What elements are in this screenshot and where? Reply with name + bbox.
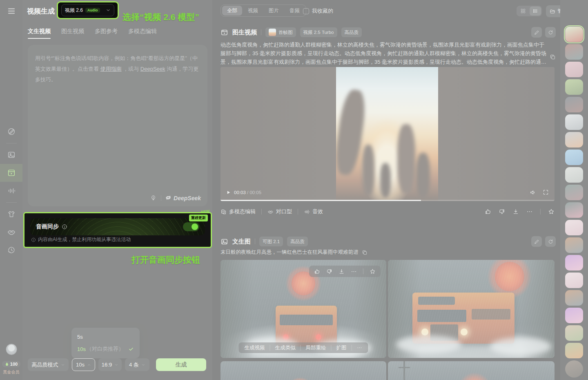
asset-thumb[interactable] (565, 360, 583, 378)
regenerate-button[interactable] (545, 236, 556, 247)
tab-multimodal-edit[interactable]: 多模态编辑 (128, 28, 157, 39)
count-select[interactable]: 4 条 (125, 358, 149, 371)
grid-view-button[interactable] (517, 7, 529, 16)
asset-thumb[interactable] (565, 79, 583, 95)
asset-thumb[interactable] (565, 255, 583, 270)
generated-image-4[interactable] (388, 361, 555, 380)
more-icon[interactable] (526, 208, 533, 215)
sidebar-item-lipsync[interactable] (0, 223, 22, 241)
star-icon[interactable] (370, 268, 376, 275)
sidebar-item-canvas[interactable] (0, 123, 22, 141)
asset-thumb[interactable] (565, 97, 583, 112)
model-selector[interactable]: 视频 2.6 Audio (61, 4, 114, 16)
play-icon[interactable] (226, 190, 231, 195)
divider (363, 268, 363, 274)
edit-prompt-button[interactable] (531, 236, 542, 247)
favorites-filter[interactable]: 我收藏的 (303, 7, 333, 15)
guide-link[interactable]: 使用指南 (100, 66, 122, 72)
multimodal-edit-icon (220, 209, 227, 215)
audio-sync-label: 音画同步 (36, 223, 59, 230)
deepseek-link[interactable]: DeepSeek (140, 66, 165, 72)
info-icon[interactable] (62, 224, 67, 230)
filter-image[interactable]: 图片 (264, 6, 284, 16)
menu-icon[interactable] (6, 6, 17, 16)
asset-thumb[interactable] (565, 167, 583, 183)
duration-option-10s[interactable]: 10s （对白类推荐） (71, 343, 140, 355)
progress-bar[interactable] (220, 200, 555, 201)
user-avatar[interactable] (6, 344, 17, 355)
asset-thumb[interactable] (565, 202, 583, 218)
sidebar-item-outfit[interactable] (0, 205, 22, 223)
asset-thumb[interactable] (565, 237, 583, 253)
chevron-down-icon (106, 8, 111, 13)
regenerate-button[interactable] (545, 27, 556, 38)
lip-sync-button[interactable]: 对口型 (267, 208, 292, 215)
asset-thumb[interactable] (565, 114, 583, 130)
generated-image-3[interactable] (220, 361, 386, 380)
generate-button[interactable]: 生成 (156, 358, 206, 371)
thumbs-up-icon[interactable] (485, 208, 491, 215)
deepseek-logo[interactable]: DeepSeek (165, 195, 201, 201)
volume-icon[interactable] (530, 189, 536, 196)
asset-thumb[interactable] (565, 290, 583, 306)
inspiration-icon[interactable] (150, 194, 157, 201)
multimodal-edit-button[interactable]: 多模态编辑 (220, 208, 256, 215)
time-display: 00:03 / 00:05 (234, 190, 261, 195)
feed-topbar: 全部 视频 图片 音频 我收藏的 管理资产 (212, 0, 560, 21)
asset-thumb[interactable] (565, 343, 583, 358)
sidebar-item-image-gen[interactable] (0, 146, 22, 164)
thumbs-down-icon[interactable] (499, 208, 505, 215)
list-view-button[interactable] (530, 7, 541, 16)
credits-badge[interactable]: 100 (2, 361, 20, 367)
download-icon[interactable] (512, 208, 519, 215)
asset-thumb[interactable] (565, 308, 583, 323)
tab-text-to-video[interactable]: 文生视频 (28, 28, 51, 39)
prompt-input[interactable]: 用引号“”标注角色说话/唱歌内容，例如：角色唱“看那远方的星星”（中英文效果最佳… (28, 45, 207, 206)
left-icon-rail: 100 黑金会员 (0, 0, 22, 380)
generate-video-button[interactable]: 生成视频 (245, 344, 265, 351)
asset-thumb[interactable] (565, 27, 583, 42)
tab-multi-image-ref[interactable]: 多图参考 (95, 28, 118, 39)
copy-icon[interactable] (362, 250, 368, 255)
outpaint-button[interactable]: 扩图 (336, 344, 347, 351)
asset-thumb[interactable] (565, 62, 583, 77)
sidebar-item-history[interactable] (0, 241, 22, 259)
duration-select[interactable]: 10s (72, 358, 95, 371)
membership-label[interactable]: 黑金会员 (3, 369, 20, 375)
star-icon[interactable] (548, 208, 555, 215)
copy-icon[interactable] (550, 54, 556, 60)
tab-image-to-video[interactable]: 图生视频 (61, 28, 84, 39)
more-icon[interactable] (357, 345, 363, 351)
asset-thumb[interactable] (565, 44, 583, 60)
thumbs-up-icon[interactable] (314, 268, 320, 275)
quality-select[interactable]: 高品质模式 (28, 358, 69, 371)
player-controls: 00:03 / 00:05 (220, 188, 555, 197)
sidebar-item-audio-gen[interactable] (0, 182, 22, 200)
download-icon[interactable] (339, 268, 345, 275)
asset-thumb[interactable] (565, 132, 583, 148)
asset-thumb[interactable] (565, 220, 583, 235)
generated-image-1[interactable]: 生成视频 生成类似 局部重绘 扩图 (220, 260, 386, 358)
sidebar-item-video-gen[interactable] (0, 164, 22, 182)
filter-audio[interactable]: 音频 (285, 6, 305, 16)
fullscreen-icon[interactable] (543, 189, 549, 195)
sound-effects-button[interactable]: 音效 (304, 208, 323, 215)
asset-thumb[interactable] (565, 273, 583, 288)
generated-image-2[interactable] (388, 260, 555, 358)
edit-prompt-button[interactable] (531, 27, 542, 38)
first-frame-tag[interactable]: 首帧图 (265, 27, 296, 37)
asset-thumb[interactable] (565, 185, 583, 200)
filter-video[interactable]: 视频 (243, 6, 263, 16)
ratio-select[interactable]: 16:9 (98, 358, 122, 371)
more-icon[interactable] (351, 268, 357, 275)
audio-sync-toggle[interactable] (183, 222, 199, 231)
video-player[interactable]: 00:03 / 00:05 (220, 67, 555, 201)
asset-thumb[interactable] (565, 150, 583, 165)
thumbs-down-icon[interactable] (326, 268, 332, 275)
generate-similar-button[interactable]: 生成类似 (275, 344, 296, 351)
app-root: 100 黑金会员 视频生成 视频 2.6 Audio 文生视频 图生视频 多图参… (0, 0, 588, 380)
asset-thumb[interactable] (565, 325, 583, 341)
inpaint-button[interactable]: 局部重绘 (306, 344, 326, 351)
duration-option-5s[interactable]: 5s (71, 331, 140, 343)
filter-all[interactable]: 全部 (222, 6, 242, 16)
